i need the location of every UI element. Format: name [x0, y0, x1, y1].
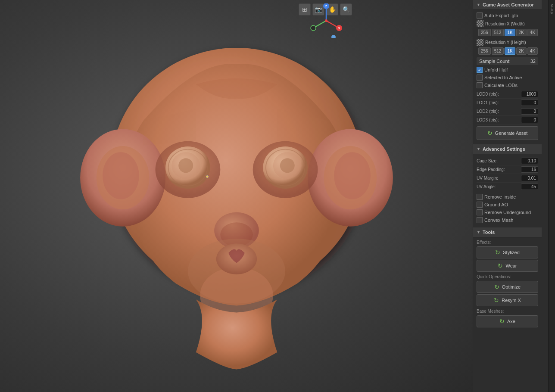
remove-inside-checkbox[interactable] — [477, 194, 483, 200]
remove-inside-row: Remove Inside — [477, 194, 538, 200]
auto-export-label: Auto Export .glb — [484, 13, 538, 18]
res-x-512[interactable]: 512 — [492, 29, 504, 36]
lod0-value: 1000 — [521, 91, 538, 97]
lod1-label: LOD1 (tris): — [477, 100, 499, 105]
lod2-value: 0 — [521, 108, 538, 115]
sample-count-label: Sample Count: — [479, 59, 511, 64]
axe-label: Axe — [507, 319, 515, 324]
resym-x-label: Resym X — [502, 298, 521, 303]
svg-text:Z: Z — [325, 5, 327, 8]
calculate-lods-checkbox[interactable] — [477, 82, 483, 88]
res-y-4k[interactable]: 4K — [527, 47, 538, 55]
cursor-indicator — [206, 175, 209, 178]
convex-mesh-label: Convex Mesh — [484, 218, 538, 223]
wear-icon: ↻ — [498, 262, 503, 269]
view-label: View — [549, 3, 554, 15]
advanced-settings-content: Cage Size: 0.10 Edge Padding: 16 UV Marg… — [473, 154, 542, 227]
lod3-label: LOD3 (tris): — [477, 118, 499, 122]
svg-text:X: X — [338, 27, 340, 30]
calculate-lods-row: Calculate LODs — [477, 82, 538, 88]
ground-ao-checkbox[interactable] — [477, 202, 483, 208]
remove-underground-row: Remove Underground — [477, 209, 538, 215]
optimize-icon: ↻ — [494, 283, 499, 290]
tools-header[interactable]: ▼ Tools — [473, 227, 542, 237]
generate-asset-button[interactable]: ↻ Generate Asset — [477, 126, 538, 140]
cage-size-value: 0.10 — [521, 158, 538, 164]
res-y-2k[interactable]: 2K — [516, 47, 527, 55]
uv-margin-value: 0.01 — [521, 175, 538, 181]
stylized-icon: ↻ — [495, 249, 500, 256]
stylized-button[interactable]: ↻ Stylized — [477, 246, 538, 258]
effects-label: Effects: — [477, 240, 538, 245]
uv-angle-row: UV Angle: 45 — [477, 183, 538, 191]
selected-to-active-label: Selected to Active — [484, 75, 538, 80]
resolution-y-label: Resolution Y (Height) — [485, 40, 538, 45]
lod-table: LOD0 (tris): 1000 LOD1 (tris): 0 LOD2 (t… — [477, 90, 538, 124]
convex-mesh-checkbox[interactable] — [477, 217, 483, 223]
tools-content: Effects: ↻ Stylized ↻ Wear Quick Operati… — [473, 237, 542, 331]
quick-ops-label: Quick Operations: — [477, 274, 538, 279]
sample-count-value: 32 — [530, 59, 536, 64]
viewport[interactable]: ⊞ 📷 ✋ 🔍 Z X — [0, 0, 473, 392]
resym-icon: ↻ — [494, 297, 499, 304]
lod0-label: LOD0 (tris): — [477, 92, 499, 96]
res-x-4k[interactable]: 4K — [527, 29, 538, 36]
edge-padding-label: Edge Padding: — [477, 167, 505, 172]
res-y-256[interactable]: 256 — [478, 47, 491, 55]
wear-button[interactable]: ↻ Wear — [477, 260, 538, 272]
convex-mesh-row: Convex Mesh — [477, 217, 538, 223]
right-panel: ▼ Game Asset Generator Auto Export .glb … — [473, 0, 548, 392]
svg-point-16 — [280, 158, 294, 173]
sample-count-row: Sample Count: 32 — [477, 57, 538, 65]
base-meshes-label: Base Meshes: — [477, 309, 538, 314]
orientation-gizmo[interactable]: Z X — [309, 3, 343, 39]
svg-point-29 — [311, 25, 316, 31]
game-asset-generator-header[interactable]: ▼ Game Asset Generator — [473, 0, 542, 10]
panel-title: Game Asset Generator — [483, 2, 534, 7]
auto-export-checkbox[interactable] — [477, 12, 483, 19]
resolution-y-icon — [477, 39, 483, 46]
optimize-label: Optimize — [502, 284, 521, 289]
unfold-half-row: Unfold Half — [477, 67, 538, 73]
advanced-settings-label: Advanced Settings — [483, 146, 525, 152]
resolution-y-row: Resolution Y (Height) — [477, 39, 538, 46]
res-y-512[interactable]: 512 — [492, 47, 504, 55]
cage-size-row: Cage Size: 0.10 — [477, 157, 538, 165]
wear-label: Wear — [505, 263, 517, 268]
edge-padding-value: 16 — [521, 166, 538, 173]
svg-point-30 — [325, 19, 327, 22]
selected-to-active-row: Selected to Active — [477, 75, 538, 81]
tools-label: Tools — [483, 230, 495, 235]
lod1-value: 0 — [521, 100, 538, 106]
resolution-x-label: Resolution X (Width) — [485, 22, 538, 26]
svg-line-28 — [314, 21, 326, 28]
unfold-half-checkbox[interactable] — [477, 67, 483, 73]
generate-label: Generate Asset — [495, 131, 528, 136]
svg-line-25 — [326, 21, 338, 28]
axe-button[interactable]: ↻ Axe — [477, 315, 538, 327]
res-y-1k[interactable]: 1K — [505, 47, 515, 55]
remove-underground-checkbox[interactable] — [477, 209, 483, 215]
lod0-row: LOD0 (tris): 1000 — [477, 90, 538, 99]
tools-arrow: ▼ — [477, 230, 480, 234]
ground-ao-row: Ground AO — [477, 202, 538, 208]
svg-point-6 — [334, 152, 371, 199]
selected-to-active-checkbox[interactable] — [477, 75, 483, 81]
collapse-arrow: ▼ — [477, 3, 480, 7]
res-x-1k[interactable]: 1K — [505, 29, 515, 36]
res-x-256[interactable]: 256 — [478, 29, 491, 36]
resym-x-button[interactable]: ↻ Resym X — [477, 294, 538, 306]
lod3-row: LOD3 (tris): 0 — [477, 116, 538, 124]
lod1-row: LOD1 (tris): 0 — [477, 99, 538, 107]
uv-margin-label: UV Margin: — [477, 176, 498, 180]
resolution-x-row: Resolution X (Width) — [477, 20, 538, 27]
monkey-3d-model — [51, 19, 422, 373]
auto-export-row: Auto Export .glb — [477, 12, 538, 19]
advanced-settings-header[interactable]: ▼ Advanced Settings — [473, 144, 542, 154]
uv-margin-row: UV Margin: 0.01 — [477, 174, 538, 183]
resolution-x-buttons: 256 512 1K 2K 4K — [478, 29, 538, 36]
res-x-2k[interactable]: 2K — [516, 29, 527, 36]
calculate-lods-label: Calculate LODs — [484, 83, 538, 88]
generate-icon: ↻ — [487, 130, 493, 137]
optimize-button[interactable]: ↻ Optimize — [477, 281, 538, 293]
